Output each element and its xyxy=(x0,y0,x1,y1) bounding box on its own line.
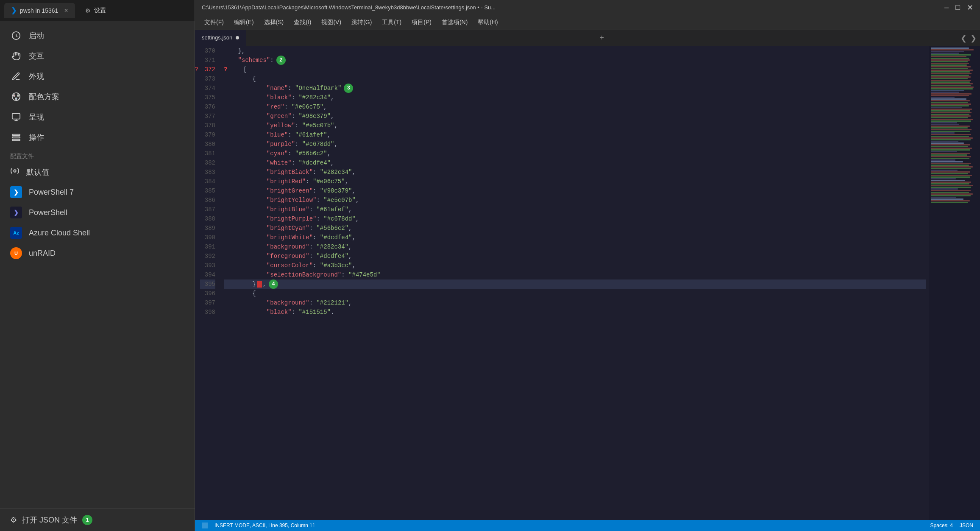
profile-powershell7[interactable]: ❯ PowerShell 7 xyxy=(0,182,195,202)
sidebar-item-launch[interactable]: 启动 xyxy=(0,25,195,46)
tab-add-button[interactable]: + xyxy=(594,34,609,42)
tab-filename: settings.json xyxy=(202,34,232,41)
code-line-382: "white": "#dcdfe4", xyxy=(224,158,926,168)
ln-375: 375 xyxy=(200,93,215,102)
tab-nav-prev[interactable]: ❮ xyxy=(961,34,967,43)
code-line-386: "brightYellow": "#e5c07b", xyxy=(224,196,926,205)
sidebar-item-rendering[interactable]: 呈现 xyxy=(0,107,195,127)
tab-controls: ❮ ❯ xyxy=(957,34,980,43)
sidebar: ❯ pwsh in 15361 ✕ ⚙ 设置 启动 交互 外观 xyxy=(0,0,195,531)
powershell-label: PowerShell xyxy=(29,208,67,217)
terminal-tab-label: pwsh in 15361 xyxy=(20,7,58,14)
ps-icon: ❯ xyxy=(11,6,17,14)
maximize-button[interactable]: □ xyxy=(955,3,960,12)
code-content[interactable]: }, "schemes": 2 ? [ { xyxy=(220,46,929,520)
sidebar-item-actions[interactable]: 操作 xyxy=(0,127,195,148)
menu-preferences[interactable]: 首选项(N) xyxy=(437,17,472,28)
titlebar-controls: – □ ✕ xyxy=(944,3,973,12)
code-editor[interactable]: 370 371 372 373 374 375 376 377 378 379 … xyxy=(195,46,929,520)
menu-help[interactable]: 帮助(H) xyxy=(473,17,502,28)
rendering-icon xyxy=(10,112,22,122)
minimap-content xyxy=(929,46,980,204)
ln-370: 370 xyxy=(200,46,215,56)
powershell-icon: ❯ xyxy=(10,207,22,218)
editor-titlebar: C:\Users\15361\AppData\Local\Packages\Mi… xyxy=(195,0,980,15)
editor-menubar: 文件(F) 编辑(E) 选择(S) 查找(I) 视图(V) 跳转(G) 工具(T… xyxy=(195,15,980,30)
ln-390: 390 xyxy=(200,233,215,242)
step-badge-3: 3 xyxy=(344,84,353,93)
appearance-label: 外观 xyxy=(29,71,44,81)
ln-392: 392 xyxy=(200,252,215,261)
interaction-icon xyxy=(10,51,22,61)
profile-default[interactable]: 默认值 xyxy=(0,162,195,182)
menu-jump[interactable]: 跳转(G) xyxy=(347,17,376,28)
tab-nav-next[interactable]: ❯ xyxy=(970,34,977,43)
tab-close-button[interactable]: ✕ xyxy=(64,8,68,14)
svg-point-2 xyxy=(14,95,15,96)
ln-379: 379 xyxy=(200,130,215,140)
ln-371: 371 xyxy=(200,56,215,65)
powershell7-icon: ❯ xyxy=(10,186,22,198)
svg-rect-5 xyxy=(12,114,20,119)
status-left: INSERT MODE, ASCII, Line 395, Column 11 xyxy=(202,523,315,529)
menu-file[interactable]: 文件(F) xyxy=(200,17,228,28)
code-line-381: "cyan": "#56b6c2", xyxy=(224,149,926,158)
menu-edit[interactable]: 编辑(E) xyxy=(230,17,258,28)
status-right: Spaces: 4 JSON xyxy=(930,523,973,528)
line-numbers: 370 371 372 373 374 375 376 377 378 379 … xyxy=(195,46,220,520)
ln-387: 387 xyxy=(200,205,215,214)
ln-376: 376 xyxy=(200,102,215,112)
menu-view[interactable]: 视图(V) xyxy=(317,17,345,28)
ln-373: 373 xyxy=(200,74,215,84)
profile-powershell[interactable]: ❯ PowerShell xyxy=(0,202,195,223)
code-line-396: { xyxy=(224,289,926,298)
settings-json-tab[interactable]: settings.json xyxy=(195,30,246,46)
sidebar-item-appearance[interactable]: 外观 xyxy=(0,66,195,87)
ln-385: 385 xyxy=(200,186,215,196)
code-line-370: }, xyxy=(224,46,926,56)
svg-rect-8 xyxy=(12,140,20,141)
terminal-tab[interactable]: ❯ pwsh in 15361 ✕ xyxy=(4,3,75,18)
ln-377: 377 xyxy=(200,112,215,121)
profile-azure[interactable]: Az Azure Cloud Shell xyxy=(0,223,195,243)
code-line-377: "green": "#98c379", xyxy=(224,112,926,121)
editor-tabs: settings.json + ❮ ❯ xyxy=(195,30,980,46)
code-line-384: "brightRed": "#e06c75", xyxy=(224,177,926,186)
code-line-388: "brightPurple": "#c678dd", xyxy=(224,214,926,224)
minimap xyxy=(929,46,980,520)
launch-icon xyxy=(10,31,22,40)
code-line-387: "brightBlue": "#61afef", xyxy=(224,205,926,214)
ln-394: 394 xyxy=(200,270,215,279)
code-line-371: "schemes": 2 xyxy=(224,56,926,65)
menu-project[interactable]: 项目(P) xyxy=(407,17,436,28)
close-button[interactable]: ✕ xyxy=(967,3,973,12)
minimize-button[interactable]: – xyxy=(944,3,949,12)
ln-384: 384 xyxy=(200,177,215,186)
tab-bar: ❯ pwsh in 15361 ✕ ⚙ 设置 xyxy=(0,0,195,21)
menu-select[interactable]: 选择(S) xyxy=(260,17,288,28)
ln-395: 395 xyxy=(200,279,215,289)
editor-container: C:\Users\15361\AppData\Local\Packages\Mi… xyxy=(195,0,980,531)
status-mode-text: INSERT MODE, ASCII, Line 395, Column 11 xyxy=(214,523,315,528)
code-line-390: "brightWhite": "#dcdfe4", xyxy=(224,233,926,242)
sidebar-item-interaction[interactable]: 交互 xyxy=(0,46,195,66)
settings-tab[interactable]: ⚙ 设置 xyxy=(78,3,113,18)
code-line-372: ? [ xyxy=(224,65,926,74)
open-json-button[interactable]: ⚙ 打开 JSON 文件 1 xyxy=(0,509,195,531)
svg-point-3 xyxy=(17,95,19,96)
sidebar-item-color-scheme[interactable]: 配色方案 xyxy=(0,87,195,107)
menu-tools[interactable]: 工具(T) xyxy=(378,17,406,28)
menu-find[interactable]: 查找(I) xyxy=(290,17,315,28)
svg-rect-6 xyxy=(12,134,20,136)
spaces-indicator: Spaces: 4 xyxy=(930,523,953,528)
svg-rect-7 xyxy=(12,137,20,138)
svg-point-9 xyxy=(14,170,16,172)
code-line-395: }, 4 xyxy=(224,279,926,289)
actions-icon xyxy=(10,133,22,142)
code-line-393: "cursorColor": "#a3b3cc", xyxy=(224,261,926,270)
ln-378: 378 xyxy=(200,121,215,130)
code-line-391: "background": "#282c34", xyxy=(224,242,926,252)
profile-unraid[interactable]: U unRAID xyxy=(0,243,195,263)
editor-body: 370 371 372 373 374 375 376 377 378 379 … xyxy=(195,46,980,520)
ln-386: 386 xyxy=(200,196,215,205)
